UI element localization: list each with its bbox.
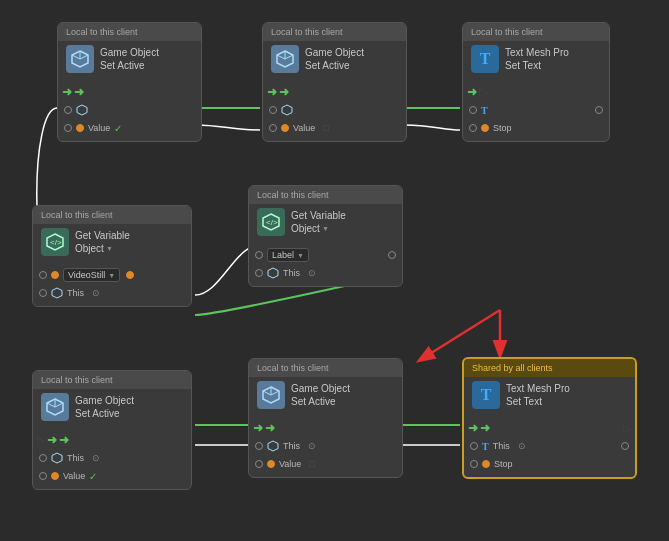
svg-line-1	[420, 310, 500, 360]
node-7-value-box: □	[309, 459, 314, 469]
node-8-this-port-r	[621, 442, 629, 450]
node-4-label: Get Variable Object ▼	[75, 229, 130, 255]
node-8-tmp-set-text-shared: Shared by all clients T Text Mesh Pro Se…	[462, 357, 637, 479]
node-2-value-label: Value	[293, 123, 315, 133]
node-2-obj-row	[263, 101, 406, 119]
node-1-value-port-left	[64, 124, 72, 132]
node-5-label-port-r	[388, 251, 396, 259]
node-4-clock-icon: ⊙	[92, 288, 100, 298]
node-3-tmp-icon: T	[471, 45, 499, 73]
node-8-tmp-icon: T	[472, 381, 500, 409]
node-7-this-row: This ⊙	[249, 437, 402, 455]
node-6-value-label: Value	[63, 471, 85, 481]
node-4-videostill-field[interactable]: VideoStill ▼	[63, 268, 120, 282]
node-1-value-row: Value ✓	[58, 119, 201, 137]
node-2-arrow-out: ➜	[279, 85, 289, 99]
node-1-game-object-set-active: Local to this client Game Object Set Act…	[57, 22, 202, 142]
node-2-game-object-set-active: Local to this client Game Object Set Act…	[262, 22, 407, 142]
node-7-val-port	[267, 460, 275, 468]
node-1-value-label: Value	[88, 123, 110, 133]
node-8-stop-row: Stop	[464, 455, 635, 473]
node-6-this-label: This	[67, 453, 84, 463]
node-7-clock: ⊙	[308, 441, 316, 451]
node-6-this-row: This ⊙	[33, 449, 191, 467]
node-1-flow-arrow-in: ➜	[62, 85, 72, 99]
node-8-this-row: T This ⊙	[464, 437, 635, 455]
node-1-obj-row	[58, 101, 201, 119]
node-3-obj-row: T	[463, 101, 609, 119]
node-3-label: Text Mesh Pro Set Text	[505, 46, 569, 72]
node-4-vs-port-l	[39, 271, 47, 279]
node-6-val-port-l	[39, 472, 47, 480]
node-4-vs-port	[51, 271, 59, 279]
node-7-flow: ➜ ➜	[249, 419, 402, 437]
node-4-videostill-label: VideoStill	[68, 270, 105, 280]
node-7-header: Local to this client	[249, 359, 402, 377]
node-3-arrow-out-empty: ▷	[479, 85, 488, 99]
node-7-label: Game Object Set Active	[291, 382, 350, 408]
node-3-flow: ➜ ▷	[463, 83, 609, 101]
node-4-this-port-l	[39, 289, 47, 297]
node-8-header: Shared by all clients	[464, 359, 635, 377]
node-7-value-label: Value	[279, 459, 301, 469]
node-4-this-label: This	[67, 288, 84, 298]
node-8-clock: ⊙	[518, 441, 526, 451]
node-3-obj-port	[469, 106, 477, 114]
node-8-stop-port-l	[470, 460, 478, 468]
node-canvas: Local to this client Game Object Set Act…	[0, 0, 669, 541]
node-4-vs-dropdown: ▼	[108, 272, 115, 279]
node-7-value-row: Value □	[249, 455, 402, 473]
svg-text:</>: </>	[266, 218, 278, 227]
node-1-cube-icon	[66, 45, 94, 73]
node-5-clock-icon: ⊙	[308, 268, 316, 278]
node-6-arrow-in: ➜	[47, 433, 57, 447]
node-6-arrow-out: ➜	[59, 433, 69, 447]
node-8-this-port-l	[470, 442, 478, 450]
node-7-val-port-l	[255, 460, 263, 468]
node-1-obj-port	[64, 106, 72, 114]
node-5-label-dropdown: ▼	[297, 252, 304, 259]
node-2-flow: ➜ ➜	[263, 83, 406, 101]
cube-small-icon	[76, 104, 88, 116]
node-4-dropdown-arrow: ▼	[106, 244, 113, 253]
cube-small-icon-2	[281, 104, 293, 116]
node-3-obj-port-r	[595, 106, 603, 114]
node-2-value-row: Value □	[263, 119, 406, 137]
node-5-this-label: This	[283, 268, 300, 278]
node-4-header: Local to this client	[33, 206, 191, 224]
node-4-var-icon: </>	[41, 228, 69, 256]
cube-icon-n7	[267, 440, 279, 452]
node-2-value-port	[281, 124, 289, 132]
node-7-this-label: This	[283, 441, 300, 451]
node-1-header: Local to this client	[58, 23, 201, 41]
node-5-dropdown: ▼	[322, 224, 329, 233]
node-1-flow-in: ➜ ➜	[58, 83, 201, 101]
node-6-label: Game Object Set Active	[75, 394, 134, 420]
node-7-this-port-l	[255, 442, 263, 450]
node-8-stop-port	[482, 460, 490, 468]
node-1-check: ✓	[114, 123, 122, 134]
node-5-label-field[interactable]: Label ▼	[267, 248, 309, 262]
node-5-this-row: This ⊙	[249, 264, 402, 282]
node-7-arrow-in: ➜	[253, 421, 263, 435]
node-7-cube-icon	[257, 381, 285, 409]
node-6-check: ✓	[89, 471, 97, 482]
node-7-arrow-out: ➜	[265, 421, 275, 435]
node-6-this-port-l	[39, 454, 47, 462]
node-5-header: Local to this client	[249, 186, 402, 204]
node-4-get-variable: Local to this client </> Get Variable Ob…	[32, 205, 192, 307]
node-6-cube-icon	[41, 393, 69, 421]
node-3-stop-port-l	[469, 124, 477, 132]
node-8-arrow-out: ➜	[480, 421, 490, 435]
node-5-label-text: Label	[272, 250, 294, 260]
svg-text:</>: </>	[50, 238, 62, 247]
node-5-this-port-l	[255, 269, 263, 277]
node-8-stop-label: Stop	[494, 459, 513, 469]
node-2-cube-icon	[271, 45, 299, 73]
node-3-stop-row: Stop	[463, 119, 609, 137]
node-6-header: Local to this client	[33, 371, 191, 389]
cube-icon-n6	[51, 452, 63, 464]
node-6-flow: ▷ ➜ ➜	[33, 431, 191, 449]
node-8-this-label: This	[493, 441, 510, 451]
node-1-value-port-orange	[76, 124, 84, 132]
